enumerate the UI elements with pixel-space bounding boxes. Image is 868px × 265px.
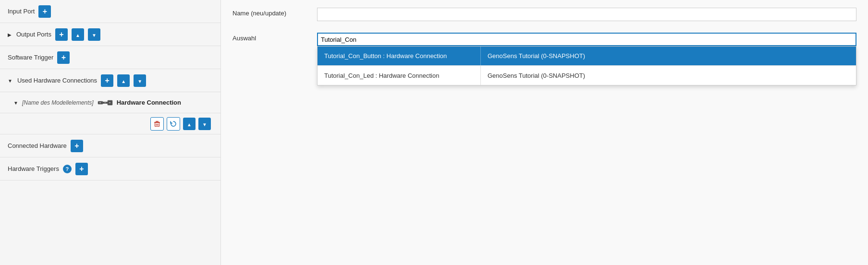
- output-ports-add-button[interactable]: [55, 28, 68, 41]
- output-ports-down-button[interactable]: [88, 28, 100, 41]
- used-hw-connections-label: Used Hardware Connections: [17, 77, 97, 84]
- name-form-row: Name (neu/update): [232, 8, 856, 21]
- plus-icon: [74, 142, 79, 150]
- plus-icon: [61, 53, 66, 62]
- dropdown-item-1-name: Tutorial_Con_Led : Hardware Connection: [318, 66, 481, 85]
- name-input[interactable]: [317, 8, 856, 21]
- auswahl-label: Auswahl: [232, 33, 309, 42]
- arrow-down-icon: [92, 31, 97, 38]
- arrow-up-icon: [75, 31, 80, 38]
- hw-down-button[interactable]: [198, 118, 211, 130]
- hw-item-toggle[interactable]: [13, 99, 18, 106]
- hw-up-button[interactable]: [183, 118, 196, 130]
- dropdown-list: Tutorial_Con_Button : Hardware Connectio…: [317, 46, 856, 85]
- triangle-down-icon: [8, 77, 12, 84]
- hardware-triggers-help-icon[interactable]: ?: [63, 165, 72, 173]
- model-element-name: [Name des Modellelements]: [22, 99, 94, 106]
- dropdown-item-0-name: Tutorial_Con_Button : Hardware Connectio…: [318, 47, 481, 65]
- hw-delete-button[interactable]: [150, 117, 164, 131]
- name-input-area: [317, 8, 856, 21]
- section-hardware-triggers: Hardware Triggers ?: [0, 157, 220, 181]
- section-software-trigger: Software Trigger: [0, 46, 220, 69]
- hw-actions-row: [0, 113, 220, 134]
- input-port-label: Input Port: [8, 8, 35, 15]
- dropdown-item-0-project: GenoSens Tutorial (0-SNAPSHOT): [481, 47, 856, 65]
- plus-icon: [105, 76, 109, 85]
- search-label-spacer: [232, 58, 309, 60]
- auswahl-input-area: Tutorial_Con_Button : Hardware Connectio…: [317, 33, 856, 46]
- plus-icon: [43, 7, 47, 16]
- hw-refresh-button[interactable]: [167, 117, 180, 131]
- output-ports-toggle[interactable]: [8, 31, 12, 38]
- right-panel: Name (neu/update) Auswahl Tutorial_Con_B…: [221, 0, 868, 265]
- svg-rect-5: [109, 102, 110, 103]
- dropdown-item-1-project: GenoSens Tutorial (0-SNAPSHOT): [481, 66, 856, 85]
- hardware-triggers-add-button[interactable]: [75, 163, 88, 175]
- used-hw-connections-toggle[interactable]: [8, 77, 12, 84]
- plus-icon: [79, 165, 84, 173]
- used-hw-connections-down-button[interactable]: [134, 74, 146, 87]
- dropdown-container: Tutorial_Con_Button : Hardware Connectio…: [317, 33, 856, 46]
- hardware-triggers-label: Hardware Triggers: [8, 165, 59, 172]
- auswahl-input[interactable]: [317, 33, 856, 46]
- arrow-down-icon: [137, 77, 142, 84]
- software-trigger-label: Software Trigger: [8, 54, 53, 61]
- section-connected-hardware: Connected Hardware: [0, 134, 220, 157]
- triangle-down-icon: [13, 99, 18, 106]
- hw-connection-item: [Name des Modellelements] Hardware Conne…: [0, 92, 220, 113]
- triangle-right-icon: [8, 31, 12, 38]
- output-ports-label: Output Ports: [16, 31, 51, 38]
- used-hw-connections-add-button[interactable]: [101, 74, 113, 87]
- auswahl-form-row: Auswahl Tutorial_Con_Button : Hardware C…: [232, 33, 856, 46]
- hardware-connection-icon: [98, 97, 113, 108]
- dropdown-item-0[interactable]: Tutorial_Con_Button : Hardware Connectio…: [318, 47, 856, 66]
- arrow-up-icon: [187, 120, 192, 128]
- svg-rect-4: [99, 102, 101, 103]
- svg-rect-7: [156, 121, 159, 122]
- main-layout: Input Port Output Ports Software Trigger: [0, 0, 868, 265]
- arrow-down-icon: [202, 120, 207, 128]
- dropdown-item-1[interactable]: Tutorial_Con_Led : Hardware Connection G…: [318, 66, 856, 85]
- connected-hardware-add-button[interactable]: [71, 140, 83, 152]
- section-input-port: Input Port: [0, 0, 220, 23]
- svg-rect-3: [104, 102, 106, 103]
- used-hw-connections-up-button[interactable]: [117, 74, 130, 87]
- connected-hardware-label: Connected Hardware: [8, 142, 67, 149]
- plus-icon: [59, 30, 63, 39]
- section-output-ports: Output Ports: [0, 23, 220, 46]
- output-ports-up-button[interactable]: [72, 28, 84, 41]
- software-trigger-add-button[interactable]: [57, 51, 70, 64]
- section-used-hardware-connections: Used Hardware Connections: [0, 69, 220, 92]
- form-area: Name (neu/update) Auswahl Tutorial_Con_B…: [221, 0, 868, 78]
- left-panel: Input Port Output Ports Software Trigger: [0, 0, 221, 265]
- name-field-label: Name (neu/update): [232, 8, 309, 17]
- arrow-up-icon: [121, 77, 126, 84]
- hw-connection-label: Hardware Connection: [117, 99, 181, 106]
- input-port-add-button[interactable]: [38, 5, 51, 18]
